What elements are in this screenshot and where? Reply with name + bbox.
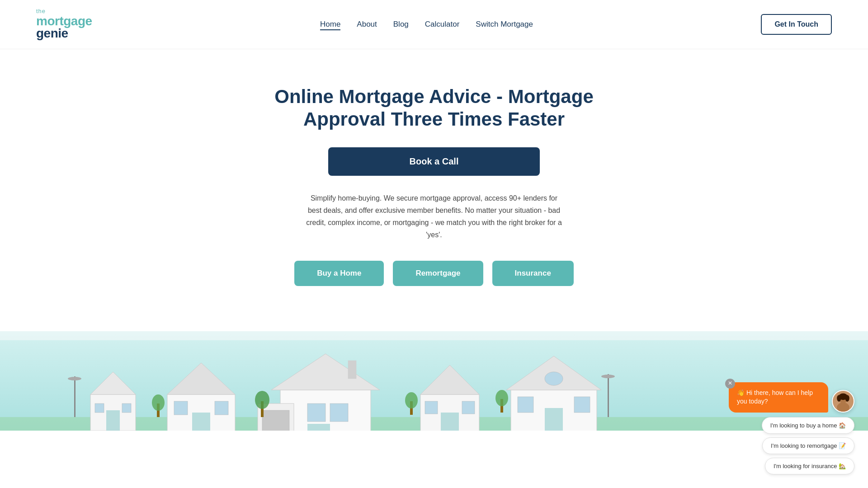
svg-point-47 — [837, 395, 841, 402]
chat-close-button[interactable]: ✕ — [725, 379, 735, 389]
hero-headline: Online Mortgage Advice - Mortgage Approv… — [240, 85, 628, 131]
nav-links: Home About Blog Calculator Switch Mortga… — [320, 20, 533, 29]
svg-point-42 — [601, 375, 615, 378]
svg-rect-18 — [307, 424, 330, 431]
svg-rect-24 — [462, 401, 475, 414]
svg-rect-11 — [215, 401, 228, 415]
svg-point-38 — [495, 390, 508, 406]
chat-widget: ✕ 👋 Hi there, how can I help you today? … — [729, 382, 854, 431]
nav-calculator[interactable]: Calculator — [425, 20, 460, 28]
svg-rect-19 — [348, 361, 356, 379]
book-call-button[interactable]: Book a Call — [328, 147, 540, 176]
svg-point-34 — [255, 391, 269, 409]
svg-rect-17 — [330, 404, 348, 422]
logo[interactable]: the mortgage genie — [36, 8, 92, 41]
hero-description: Simplify home-buying. We secure mortgage… — [303, 192, 565, 241]
svg-rect-29 — [574, 397, 590, 413]
chat-option-buy-home[interactable]: I'm looking to buy a home 🏠 — [762, 417, 854, 431]
svg-rect-28 — [518, 397, 533, 413]
svg-rect-39 — [74, 376, 75, 417]
hero-section: Online Mortgage Advice - Mortgage Approv… — [0, 49, 868, 332]
chat-avatar[interactable] — [832, 390, 854, 413]
svg-rect-22 — [441, 413, 459, 431]
svg-rect-23 — [425, 401, 438, 414]
get-in-touch-button[interactable]: Get In Touch — [761, 14, 832, 35]
remortgage-button[interactable]: Remortgage — [393, 261, 483, 286]
nav-home[interactable]: Home — [320, 20, 340, 30]
nav-blog[interactable]: Blog — [393, 20, 409, 28]
svg-point-30 — [545, 372, 563, 385]
chat-options: I'm looking to buy a home 🏠 I'm looking … — [762, 417, 854, 431]
buy-home-button[interactable]: Buy a Home — [294, 261, 384, 286]
insurance-button[interactable]: Insurance — [492, 261, 574, 286]
navbar: the mortgage genie Home About Blog Calcu… — [0, 0, 868, 49]
cta-buttons-group: Buy a Home Remortgage Insurance — [9, 261, 859, 286]
svg-rect-15 — [262, 410, 289, 431]
svg-rect-9 — [192, 413, 210, 431]
svg-rect-6 — [122, 404, 131, 413]
chat-main-row: ✕ 👋 Hi there, how can I help you today? — [729, 382, 854, 413]
chat-greeting-bubble: ✕ 👋 Hi there, how can I help you today? — [729, 382, 828, 413]
svg-point-48 — [845, 395, 849, 402]
svg-rect-16 — [307, 404, 326, 422]
svg-rect-10 — [174, 401, 188, 415]
nav-about[interactable]: About — [357, 20, 377, 28]
svg-point-32 — [152, 394, 165, 411]
svg-rect-5 — [95, 404, 104, 413]
svg-point-40 — [68, 377, 81, 380]
svg-point-36 — [405, 392, 418, 408]
logo-the: the — [36, 8, 92, 14]
svg-rect-41 — [608, 374, 609, 417]
svg-point-45 — [837, 403, 849, 413]
nav-switch-mortgage[interactable]: Switch Mortgage — [476, 20, 533, 28]
logo-genie: genie — [36, 27, 92, 41]
svg-rect-27 — [545, 408, 563, 431]
svg-rect-4 — [106, 410, 120, 431]
chat-greeting-text: 👋 Hi there, how can I help you today? — [737, 389, 813, 405]
